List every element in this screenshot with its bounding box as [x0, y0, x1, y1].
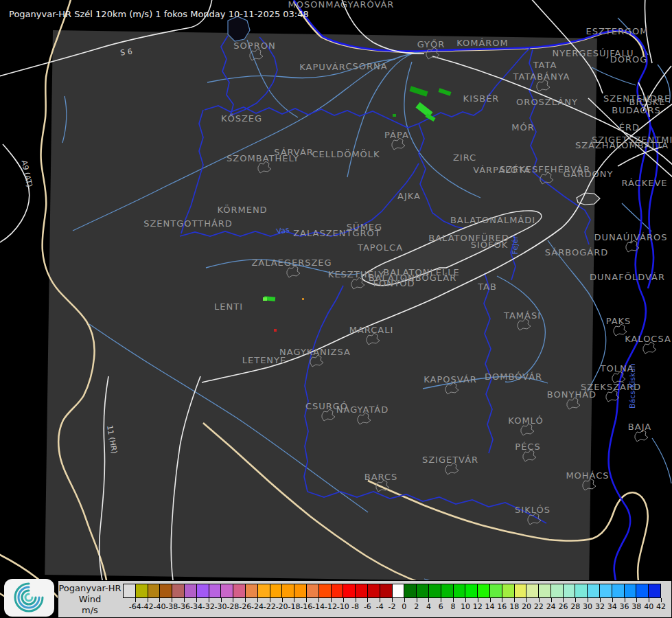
city-label: AJKA	[397, 191, 421, 201]
color-swatch	[514, 584, 526, 598]
scale-tick-label: -2	[389, 602, 396, 611]
city-label: MARCALI	[349, 325, 394, 335]
city-label: SZIGETVÁR	[422, 455, 478, 465]
city-label: SZENTGOTTHÁRD	[143, 218, 233, 229]
color-swatch	[599, 584, 612, 598]
scale-tick-label: -38	[165, 602, 178, 611]
city-label: SIKLÓS	[515, 505, 551, 515]
scale-tick-label: -22	[264, 602, 276, 611]
color-swatch	[636, 584, 648, 598]
color-swatch	[380, 584, 392, 598]
scale-tick-label: 38	[632, 602, 641, 611]
city-label: TAB	[478, 282, 497, 292]
city-label: BAJA	[628, 422, 651, 432]
scale-tick-label: -12	[325, 602, 337, 611]
color-swatch	[135, 584, 148, 598]
city-label: KISBÉR	[463, 93, 500, 104]
color-swatch	[489, 584, 502, 598]
city-outline	[528, 513, 541, 525]
scale-tick-label: 34	[607, 602, 617, 611]
city-outline	[635, 430, 648, 442]
color-swatch	[441, 584, 453, 598]
city-label: MOHÁCS	[566, 470, 609, 481]
city-label: TAPOLCA	[358, 242, 403, 253]
scale-tick-label: -16	[300, 602, 312, 611]
city-outline	[521, 424, 534, 435]
color-swatch	[428, 584, 441, 598]
scale-tick-label: 12	[473, 602, 483, 611]
scale-tick-label: -8	[351, 602, 359, 611]
city-outline	[523, 450, 536, 461]
country-borders	[0, 0, 648, 613]
color-swatch	[392, 584, 404, 598]
city-label: PÉCS	[515, 442, 540, 452]
color-swatch	[270, 584, 282, 598]
radar-echo	[274, 329, 277, 332]
color-swatch	[209, 584, 221, 598]
city-label: SZÁZHALOMBATTA	[575, 140, 669, 150]
color-swatch	[453, 584, 465, 598]
city-label: BONYHÁD	[547, 389, 596, 400]
city-label: OROSZLÁNY	[516, 97, 578, 107]
color-swatch	[306, 584, 318, 598]
city-label: ZIRC	[453, 152, 476, 163]
city-label: SÁRBOGÁRD	[545, 247, 608, 258]
city-label: RÁCKEVE	[621, 178, 667, 188]
city-label: SOPRON	[233, 41, 275, 51]
scale-tick-label: -6	[364, 602, 371, 611]
radar-echo	[393, 114, 396, 117]
city-label: DOROG	[610, 54, 648, 65]
color-swatch	[587, 584, 599, 598]
city-outline	[540, 172, 553, 184]
city-label: SÁRVÁR	[274, 147, 314, 157]
city-label: KAPOSVÁR	[424, 374, 477, 385]
color-swatch	[355, 584, 367, 598]
scale-tick-label: -4	[376, 602, 384, 611]
color-swatch	[477, 584, 489, 598]
scale-tick-label: 28	[570, 602, 580, 611]
scale-tick-label: 14	[485, 602, 495, 611]
color-swatch	[148, 584, 160, 598]
lake-ferto	[228, 16, 250, 41]
city-label: KOMLÓ	[508, 415, 543, 426]
scale-tick-label: -26	[239, 602, 251, 611]
scale-tick-label: 6	[439, 602, 443, 611]
scale-tick-label: 40	[644, 602, 653, 611]
city-label: GYŐR	[417, 39, 445, 49]
scale-tick-label: -34	[190, 602, 202, 611]
scale-tick-label: -10	[337, 602, 349, 611]
scale-tick-label: -20	[276, 602, 288, 611]
product-title: Poganyvar-HR Szél 120km (m/s) 1 fokos Mo…	[9, 9, 309, 19]
color-swatch	[465, 584, 477, 598]
color-swatch	[196, 584, 209, 598]
legend-product: Wind	[58, 594, 121, 605]
color-swatch	[245, 584, 257, 598]
scale-tick-label: 4	[426, 602, 431, 611]
city-label: NAGYATÁD	[336, 404, 389, 415]
scale-tick-label: 16	[497, 602, 507, 611]
map-linework	[0, 0, 672, 618]
city-label: LETENYE	[242, 355, 287, 365]
scale-tick-label: 32	[595, 602, 605, 611]
color-swatch	[551, 584, 563, 598]
scale-tick-label: 22	[534, 602, 544, 611]
city-outline	[583, 479, 596, 490]
scale-tick-label: 42	[656, 602, 666, 611]
scale-tick-label: 30	[583, 602, 592, 611]
color-swatch	[416, 584, 428, 598]
color-swatch	[648, 584, 661, 598]
city-outline	[351, 277, 364, 289]
city-label: KALOCSA	[625, 334, 671, 344]
scale-tick-label: -18	[288, 602, 300, 611]
app-logo[interactable]	[4, 579, 54, 617]
color-swatch	[563, 584, 575, 598]
county-name-label: Fejér	[511, 236, 520, 255]
color-swatch	[502, 584, 514, 598]
city-label: CSORNA	[345, 61, 387, 71]
color-swatch	[575, 584, 587, 598]
city-outline	[287, 266, 300, 277]
color-swatch	[331, 584, 343, 598]
scale-tick-label: 36	[620, 602, 629, 611]
minor-rivers	[62, 18, 671, 600]
city-label: TAMÁSI	[504, 310, 541, 321]
